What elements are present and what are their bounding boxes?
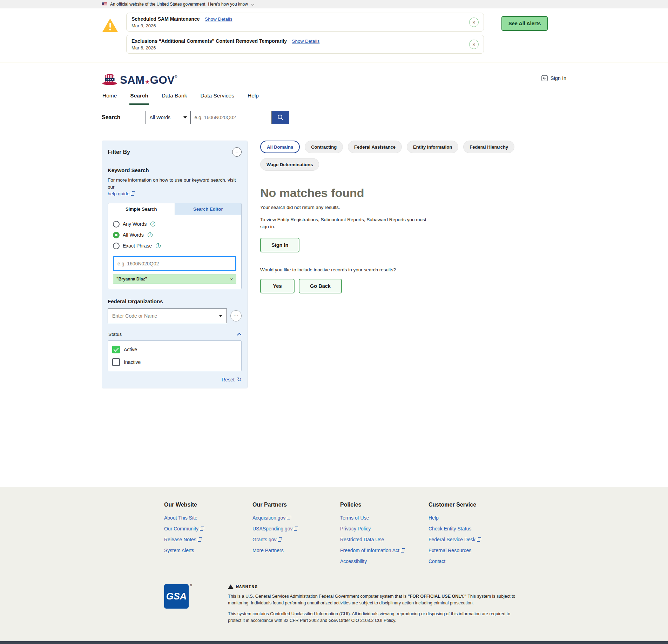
radio-icon xyxy=(113,243,120,249)
sign-in-button[interactable]: Sign In xyxy=(260,238,299,252)
pill-federal-hierarchy[interactable]: Federal Hierarchy xyxy=(463,141,514,153)
footer-link-label: Acquisition.gov xyxy=(252,515,285,521)
collapse-filters-button[interactable]: − xyxy=(232,147,242,157)
radio-exact-phrase[interactable]: Exact Phrase xyxy=(113,243,236,249)
warning-label: WARNING xyxy=(236,584,258,589)
alert-date: Mar 6, 2026 xyxy=(131,45,319,50)
sam-gov-logo[interactable]: SAM★GOV® xyxy=(102,71,177,86)
pill-contracting[interactable]: Contracting xyxy=(305,141,343,153)
footer-link-accessibility[interactable]: Accessibility xyxy=(340,558,429,564)
search-mode-select[interactable]: All Words xyxy=(146,111,190,124)
footer-link-federal-service-desk[interactable]: Federal Service Desk xyxy=(429,537,516,542)
footer-heading: Our Partners xyxy=(252,502,340,508)
keyword-search-input[interactable] xyxy=(113,256,236,271)
heres-how-you-know-link[interactable]: Here's how you know xyxy=(208,2,248,7)
search-results: All Domains Contracting Federal Assistan… xyxy=(260,141,566,293)
external-link-icon xyxy=(131,191,135,196)
status-inactive-label: Inactive xyxy=(124,359,141,365)
domain-filter-pills: All Domains Contracting Federal Assistan… xyxy=(260,141,566,171)
footer-link-more-partners[interactable]: More Partners xyxy=(252,548,340,553)
footer-link-label: Help xyxy=(429,515,439,521)
pill-wage-determinations[interactable]: Wage Determinations xyxy=(260,158,319,171)
footer-link-contact[interactable]: Contact xyxy=(429,558,516,564)
alert-show-details-link[interactable]: Show Details xyxy=(292,39,320,44)
help-guide-link[interactable]: help guide xyxy=(108,191,135,196)
footer-link-label: Terms of Use xyxy=(340,515,369,521)
help-guide-label: help guide xyxy=(108,191,129,196)
star-icon: ★ xyxy=(145,79,149,85)
info-icon[interactable] xyxy=(156,243,161,248)
footer-link-system-alerts[interactable]: System Alerts xyxy=(164,548,252,553)
footer-link-label: About This Site xyxy=(164,515,197,521)
status-section-toggle[interactable]: Status xyxy=(108,330,242,340)
alert-close-button[interactable]: × xyxy=(469,18,479,27)
see-all-alerts-button[interactable]: See All Alerts xyxy=(501,16,548,31)
footer-link-external-resources[interactable]: External Resources xyxy=(429,548,516,553)
us-flag-icon xyxy=(102,2,107,6)
pill-entity-information[interactable]: Entity Information xyxy=(407,141,458,153)
status-options: Active Inactive xyxy=(108,340,242,371)
footer-link-label: Release Notes xyxy=(164,537,196,542)
external-link-icon xyxy=(198,537,202,542)
footer-link-label: USASpending.gov xyxy=(252,526,292,531)
radio-any-words[interactable]: Any Words xyxy=(113,221,236,228)
header-sign-in-link[interactable]: Sign In xyxy=(541,75,566,82)
yes-button[interactable]: Yes xyxy=(260,279,295,293)
footer-col-our-website: Our Website About This Site Our Communit… xyxy=(164,502,252,569)
site-alerts-section: Scheduled SAM Maintenance Show Details M… xyxy=(0,8,668,62)
footer-heading: Customer Service xyxy=(429,502,516,508)
info-icon[interactable] xyxy=(148,232,153,237)
tab-search-editor[interactable]: Search Editor xyxy=(175,203,242,215)
keyword-chip-label: "Bryanna Diaz" xyxy=(116,277,147,282)
alert-date: Mar 9, 2026 xyxy=(131,23,232,28)
site-footer: Our Website About This Site Our Communit… xyxy=(0,487,668,641)
footer-link-help[interactable]: Help xyxy=(429,515,516,521)
footer-link-privacy-policy[interactable]: Privacy Policy xyxy=(340,526,429,531)
alert-show-details-link[interactable]: Show Details xyxy=(205,16,232,22)
radio-all-words[interactable]: All Words xyxy=(113,232,236,238)
warning-paragraph-2: This system contains Controlled Unclassi… xyxy=(228,611,519,624)
usa-gov-banner: An official website of the United States… xyxy=(0,0,668,8)
keyword-help-text: For more information on how to use our k… xyxy=(108,177,236,190)
federal-org-select[interactable]: Enter Code or Name xyxy=(108,309,227,323)
nav-item-data-bank[interactable]: Data Bank xyxy=(161,91,188,105)
nav-item-home[interactable]: Home xyxy=(102,91,117,105)
search-label: Search xyxy=(102,114,120,121)
footer-link-acquisition-gov[interactable]: Acquisition.gov xyxy=(252,515,340,521)
primary-nav: Home Search Data Bank Data Services Help xyxy=(0,91,668,105)
footer-link-label: Check Entity Status xyxy=(429,526,471,531)
federal-org-more-button[interactable]: ⋯ xyxy=(230,310,242,321)
alert-exclusions: Exclusions “Additional Comments” Content… xyxy=(126,35,484,54)
footer-link-about-this-site[interactable]: About This Site xyxy=(164,515,252,521)
footer-link-grants-gov[interactable]: Grants.gov xyxy=(252,537,340,542)
nav-item-data-services[interactable]: Data Services xyxy=(200,91,235,105)
footer-link-terms-of-use[interactable]: Terms of Use xyxy=(340,515,429,521)
search-submit-button[interactable] xyxy=(272,111,289,124)
footer-link-restricted-data-use[interactable]: Restricted Data Use xyxy=(340,537,429,542)
warning-fouo: "FOR OFFICIAL USE ONLY." xyxy=(408,594,466,599)
footer-link-usaspending-gov[interactable]: USASpending.gov xyxy=(252,526,340,531)
footer-link-foia[interactable]: Freedom of Information Act xyxy=(340,548,429,553)
footer-col-policies: Policies Terms of Use Privacy Policy Res… xyxy=(340,502,429,569)
chip-remove-icon[interactable]: × xyxy=(230,277,233,282)
warning-text: This is a U.S. General Services Administ… xyxy=(228,594,408,599)
go-back-button[interactable]: Go Back xyxy=(299,279,342,293)
status-active-checkbox[interactable]: Active xyxy=(112,346,237,353)
refresh-icon[interactable]: ↻ xyxy=(237,377,242,382)
search-mode-value: All Words xyxy=(149,115,170,120)
footer-link-label: Freedom of Information Act xyxy=(340,548,399,553)
footer-link-release-notes[interactable]: Release Notes xyxy=(164,537,252,542)
checkbox-unchecked-icon xyxy=(112,358,120,366)
pill-all-domains[interactable]: All Domains xyxy=(260,141,300,153)
tab-simple-search[interactable]: Simple Search xyxy=(108,203,175,215)
footer-link-check-entity-status[interactable]: Check Entity Status xyxy=(429,526,516,531)
global-search-input[interactable] xyxy=(190,111,272,124)
nav-item-search[interactable]: Search xyxy=(129,91,149,105)
reset-filters-link[interactable]: Reset xyxy=(222,377,235,382)
nav-item-help[interactable]: Help xyxy=(247,91,259,105)
alert-close-button[interactable]: × xyxy=(469,40,479,49)
status-inactive-checkbox[interactable]: Inactive xyxy=(112,358,237,366)
pill-federal-assistance[interactable]: Federal Assistance xyxy=(348,141,402,153)
info-icon[interactable] xyxy=(150,222,155,226)
footer-link-our-community[interactable]: Our Community xyxy=(164,526,252,531)
